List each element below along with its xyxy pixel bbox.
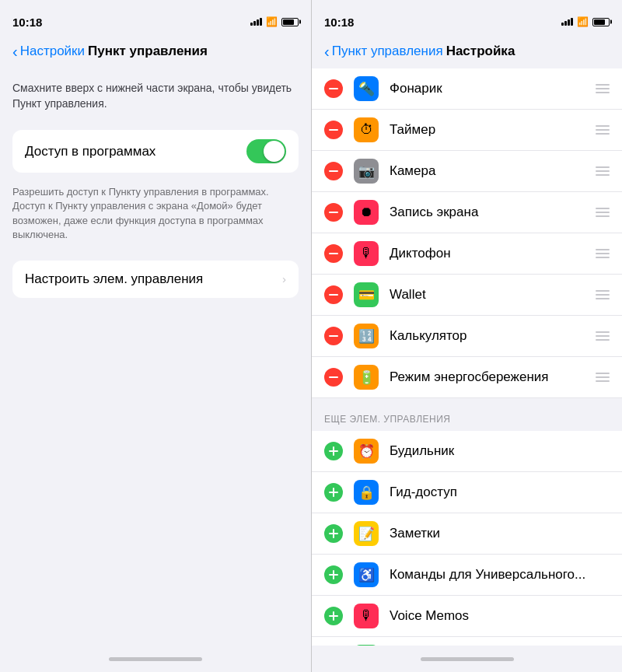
battery-icon: [281, 18, 299, 26]
included-items-list: 🔦 Фонарик ⏱ Таймер 📷 Камера ⏺ Запись экр…: [312, 68, 622, 398]
app-icon-voice-memos: 🎙: [354, 604, 379, 628]
included-item[interactable]: ⏱ Таймер: [312, 110, 622, 151]
add-button[interactable]: [324, 442, 343, 460]
left-status-time: 10:18: [12, 16, 42, 29]
left-panel: 10:18 📶 ‹ Настройки Пункт управления Сма…: [0, 0, 311, 672]
more-item[interactable]: ⏰ Будильник: [312, 431, 622, 472]
app-icon-timer: ⏱: [354, 117, 379, 142]
more-item[interactable]: ♿ Команды для Универсального...: [312, 555, 622, 596]
remove-button[interactable]: [324, 203, 343, 222]
left-back-arrow-icon: ‹: [12, 44, 18, 59]
drag-handle-icon[interactable]: [596, 331, 610, 341]
drag-handle-icon[interactable]: [596, 249, 610, 258]
left-status-bar: 10:18 📶: [0, 0, 311, 34]
remove-button[interactable]: [324, 79, 343, 98]
more-items-section-header: ЕЩЕ ЭЛЕМ. УПРАВЛЕНИЯ: [312, 398, 622, 431]
right-battery-icon: [592, 18, 610, 26]
customize-group: Настроить элем. управления ›: [12, 261, 299, 298]
app-icon-alarm: ⏰: [354, 439, 379, 464]
included-item[interactable]: ⏺ Запись экрана: [312, 192, 622, 233]
item-label: Диктофон: [390, 246, 589, 261]
left-sub-description: Разрешить доступ к Пункту управления в п…: [0, 179, 311, 254]
item-label: Фонарик: [390, 81, 589, 96]
app-icon-screen-record: ⏺: [354, 200, 379, 225]
left-description: Смахните вверх с нижней части экрана, чт…: [0, 75, 311, 124]
right-back-button[interactable]: ‹ Пункт управления: [324, 44, 443, 59]
add-button[interactable]: [324, 565, 343, 584]
left-content: Смахните вверх с нижней части экрана, чт…: [0, 68, 311, 646]
left-back-button[interactable]: ‹ Настройки: [12, 44, 85, 59]
included-item[interactable]: 🔋 Режим энергосбережения: [312, 357, 622, 397]
item-label: Режим энергосбережения: [390, 369, 589, 385]
right-panel: 10:18 📶 ‹ Пункт управления Настройка 🔦 Ф: [311, 0, 622, 672]
customize-row-label: Настроить элем. управления: [25, 271, 282, 287]
signal-icon: [250, 18, 262, 26]
right-home-bar: [421, 657, 514, 661]
more-item[interactable]: 🔒 Гид-доступ: [312, 472, 622, 513]
add-button[interactable]: [324, 483, 343, 502]
app-icon-flashlight: 🔦: [354, 76, 379, 101]
access-row[interactable]: Доступ в программах: [12, 130, 299, 173]
item-label: Wallet: [390, 287, 589, 303]
app-icon-calculator: 🔢: [354, 324, 379, 348]
item-label: Voice Memos: [390, 608, 610, 624]
item-label: Запись экрана: [390, 205, 589, 220]
included-item[interactable]: 🎙 Диктофон: [312, 233, 622, 275]
app-icon-battery: 🔋: [354, 365, 379, 390]
app-icon-camera: 📷: [354, 159, 379, 184]
included-item[interactable]: 📷 Камера: [312, 151, 622, 192]
right-back-label: Пункт управления: [332, 44, 443, 59]
add-button[interactable]: [324, 524, 343, 543]
right-status-icons: 📶: [561, 16, 610, 27]
drag-handle-icon[interactable]: [596, 208, 610, 217]
remove-button[interactable]: [324, 368, 343, 387]
item-label: Будильник: [390, 443, 610, 459]
add-button[interactable]: [324, 607, 343, 625]
customize-row[interactable]: Настроить элем. управления ›: [12, 261, 299, 298]
more-item[interactable]: 💳 Wallet: [312, 637, 622, 646]
remove-button[interactable]: [324, 285, 343, 304]
access-group: Доступ в программах: [12, 130, 299, 173]
left-home-indicator: [0, 646, 311, 672]
access-toggle[interactable]: [246, 139, 286, 163]
left-home-bar: [109, 657, 202, 661]
item-label: Гид-доступ: [390, 485, 610, 500]
remove-button[interactable]: [324, 162, 343, 180]
remove-button[interactable]: [324, 121, 343, 139]
item-label: Таймер: [390, 122, 589, 138]
included-item[interactable]: 🔢 Калькулятор: [312, 316, 622, 357]
app-icon-notes: 📝: [354, 521, 379, 546]
remove-button[interactable]: [324, 244, 343, 263]
more-item[interactable]: 📝 Заметки: [312, 513, 622, 555]
included-item[interactable]: 🔦 Фонарик: [312, 68, 622, 110]
left-nav-title: Пункт управления: [88, 44, 208, 59]
customize-chevron-icon: ›: [282, 272, 286, 285]
drag-handle-icon[interactable]: [596, 84, 610, 93]
right-wifi-icon: 📶: [577, 16, 589, 27]
more-item[interactable]: 🎙 Voice Memos: [312, 596, 622, 637]
app-icon-dictaphone: 🎙: [354, 241, 379, 266]
wifi-icon: 📶: [266, 16, 278, 27]
right-status-bar: 10:18 📶: [312, 0, 622, 34]
right-status-time: 10:18: [324, 16, 354, 29]
app-icon-accessibility: ♿: [354, 562, 379, 587]
item-label: Заметки: [390, 526, 610, 541]
included-item[interactable]: 💳 Wallet: [312, 275, 622, 316]
app-icon-wallet: 💳: [354, 282, 379, 307]
left-nav-bar: ‹ Настройки Пункт управления: [0, 34, 311, 68]
item-label: Камера: [390, 163, 589, 179]
drag-handle-icon[interactable]: [596, 373, 610, 382]
right-nav-bar: ‹ Пункт управления Настройка: [312, 34, 622, 68]
remove-button[interactable]: [324, 327, 343, 345]
left-back-label: Настройки: [20, 44, 85, 59]
access-row-label: Доступ в программах: [25, 144, 246, 159]
item-label: Калькулятор: [390, 328, 589, 344]
right-home-indicator: [312, 646, 622, 672]
drag-handle-icon[interactable]: [596, 125, 610, 135]
drag-handle-icon[interactable]: [596, 290, 610, 299]
left-status-icons: 📶: [250, 16, 299, 27]
drag-handle-icon[interactable]: [596, 166, 610, 176]
right-content: 🔦 Фонарик ⏱ Таймер 📷 Камера ⏺ Запись экр…: [312, 68, 622, 646]
toggle-knob: [264, 141, 285, 162]
more-items-list: ⏰ Будильник 🔒 Гид-доступ 📝 Заметки ♿ Ком…: [312, 431, 622, 646]
